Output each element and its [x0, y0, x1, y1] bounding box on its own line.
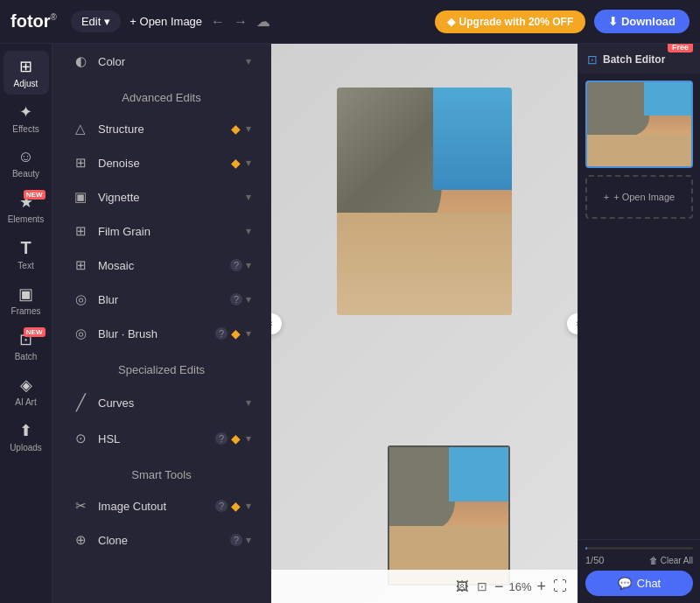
canvas-area: ‹ › 🖼 ⊡ − 16% + ⛶ — [271, 44, 578, 603]
sidebar-item-frames[interactable]: ▣ Frames — [4, 278, 49, 322]
chevron-icon: ▾ — [246, 191, 251, 203]
sidebar-item-text[interactable]: T Text — [4, 232, 49, 277]
batch-image-item[interactable] — [585, 81, 693, 168]
tool-curves[interactable]: ╱ Curves ▾ — [58, 384, 265, 421]
text-icon: T — [20, 238, 31, 258]
tool-blur[interactable]: ◎ Blur ? ▾ — [58, 283, 265, 316]
tool-clone[interactable]: ⊕ Clone ? ▾ — [58, 523, 265, 557]
chevron-icon: ▾ — [246, 432, 251, 445]
question-mark-icon: ? — [215, 432, 228, 445]
structure-icon: △ — [72, 121, 89, 137]
right-panel: Free ⊡ Batch Editor + + Open Image — [578, 44, 700, 603]
sidebar-item-ai-art[interactable]: ◈ AI Art — [4, 369, 49, 413]
zoom-control: − 16% + — [494, 578, 546, 594]
undo-button[interactable]: ← — [211, 14, 225, 30]
specialized-edits-header: Specialized Edits — [52, 351, 270, 383]
blur-brush-icon: ◎ — [72, 326, 89, 341]
sidebar-item-uploads[interactable]: ⬆ Uploads — [4, 415, 49, 459]
upgrade-button[interactable]: ◆ Upgrade with 20% OFF — [435, 11, 586, 33]
gem-icon: ◆ — [447, 16, 455, 28]
chevron-icon: ▾ — [246, 55, 251, 67]
ai-art-icon: ◈ — [20, 375, 32, 395]
color-tool-icon: ◐ — [72, 53, 89, 69]
batch-images-list: + + Open Image — [578, 74, 700, 539]
cutout-icon: ✂ — [72, 498, 89, 514]
batch-count: 1/50 — [585, 555, 604, 565]
premium-gem-icon: ◆ — [231, 156, 241, 170]
photo-water — [433, 88, 512, 190]
download-button[interactable]: ⬇ Download — [594, 10, 690, 33]
fit-screen-button[interactable]: ⛶ — [553, 578, 567, 594]
free-badge: Free — [668, 44, 693, 53]
sidebar-item-elements[interactable]: NEW ★ Elements — [4, 186, 49, 230]
app-logo: fotor® — [10, 11, 57, 32]
premium-gem-icon: ◆ — [231, 431, 241, 445]
open-image-button[interactable]: + Open Image — [130, 15, 202, 28]
chat-button[interactable]: 💬 Chat — [585, 571, 693, 596]
advanced-edits-header: Advanced Edits — [52, 79, 270, 111]
chevron-icon: ▾ — [246, 327, 251, 340]
chevron-icon: ▾ — [246, 396, 251, 409]
batch-controls: 1/50 🗑 Clear All — [585, 555, 693, 565]
chevron-icon: ▾ — [246, 225, 251, 237]
chevron-icon: ▾ — [246, 293, 251, 305]
main-layout: ⊞ Adjust ✦ Effects ☺ Beauty NEW ★ Elemen… — [0, 44, 700, 603]
film-grain-icon: ⊞ — [72, 223, 89, 239]
zoom-level: 16% — [508, 580, 531, 593]
zoom-in-button[interactable]: + — [536, 578, 546, 594]
sidebar-item-batch[interactable]: NEW ⊡ Batch — [4, 324, 49, 368]
chevron-icon: ▾ — [246, 259, 251, 271]
question-mark-icon: ? — [215, 500, 228, 512]
adjust-icon: ⊞ — [19, 57, 32, 76]
redo-button[interactable]: → — [234, 14, 248, 30]
tool-image-cutout[interactable]: ✂ Image Cutout ? ◆ ▾ — [58, 489, 265, 522]
sidebar-item-beauty[interactable]: ☺ Beauty — [4, 142, 49, 185]
image-icon[interactable]: 🖼 — [456, 579, 468, 593]
hsl-icon: ⊙ — [72, 431, 89, 446]
download-icon: ⬇ — [608, 15, 621, 28]
question-mark-icon: ? — [230, 534, 242, 546]
batch-open-image-button[interactable]: + + Open Image — [585, 175, 693, 219]
main-photo — [337, 88, 512, 315]
mosaic-icon: ⊞ — [72, 257, 89, 273]
crop-icon[interactable]: ⊡ — [477, 579, 487, 593]
tool-mosaic[interactable]: ⊞ Mosaic ? ▾ — [58, 249, 265, 282]
tool-structure[interactable]: △ Structure ◆ ▾ — [58, 112, 265, 145]
premium-gem-icon: ◆ — [231, 499, 241, 513]
photo-sand — [337, 213, 512, 315]
chevron-down-icon: ▾ — [104, 15, 110, 28]
tool-hsl[interactable]: ⊙ HSL ? ◆ ▾ — [58, 422, 265, 455]
new-badge-elements: NEW — [24, 190, 46, 200]
trash-icon: 🗑 — [649, 556, 658, 565]
edit-button[interactable]: Edit ▾ — [71, 11, 121, 32]
batch-footer: 1/50 🗑 Clear All 💬 Chat — [578, 539, 700, 603]
premium-gem-icon: ◆ — [231, 122, 241, 136]
photo-thumbnail — [388, 445, 510, 585]
tool-color[interactable]: ◐ Color ▾ — [58, 45, 265, 78]
tool-blur-brush[interactable]: ◎ Blur · Brush ? ◆ ▾ — [58, 317, 265, 350]
canvas-bottom-icons: 🖼 ⊡ — [456, 579, 487, 593]
topbar: fotor® Edit ▾ + Open Image ← → ☁ ◆ Upgra… — [0, 0, 700, 44]
premium-gem-icon: ◆ — [231, 326, 241, 340]
batch-progress-fill — [585, 547, 587, 550]
cloud-button[interactable]: ☁ — [256, 13, 270, 30]
blur-icon: ◎ — [72, 291, 89, 307]
sidebar-item-effects[interactable]: ✦ Effects — [4, 96, 49, 140]
zoom-out-button[interactable]: − — [494, 578, 504, 594]
tools-panel: ◐ Color ▾ Advanced Edits △ Structure ◆ ▾… — [52, 44, 271, 603]
tool-denoise[interactable]: ⊞ Denoise ◆ ▾ — [58, 146, 265, 179]
chevron-icon: ▾ — [246, 534, 251, 546]
frames-icon: ▣ — [18, 284, 33, 304]
beauty-icon: ☺ — [18, 148, 33, 166]
smart-tools-header: Smart Tools — [52, 456, 270, 488]
clear-all-button[interactable]: 🗑 Clear All — [649, 556, 693, 565]
tool-film-grain[interactable]: ⊞ Film Grain ▾ — [58, 214, 265, 248]
tool-vignette[interactable]: ▣ Vignette ▾ — [58, 180, 265, 214]
sidebar-item-adjust[interactable]: ⊞ Adjust — [4, 51, 49, 95]
chevron-icon: ▾ — [246, 500, 251, 512]
batch-editor-title: Batch Editor — [603, 53, 665, 66]
canvas-bottom-toolbar: 🖼 ⊡ − 16% + ⛶ — [271, 570, 578, 603]
canvas-background — [271, 44, 578, 603]
question-mark-icon: ? — [215, 327, 228, 340]
uploads-icon: ⬆ — [19, 421, 32, 440]
